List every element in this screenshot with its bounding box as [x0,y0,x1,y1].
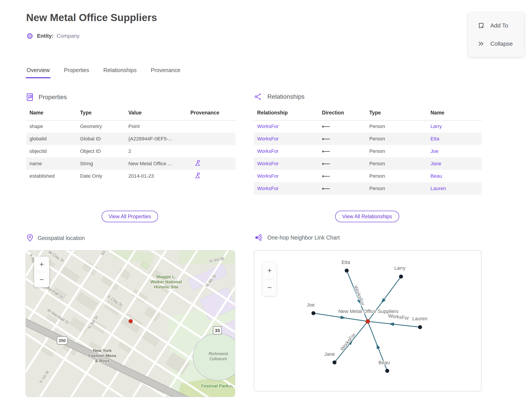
svg-text:Richmond: Richmond [209,351,228,356]
col-header: Type [366,106,427,120]
col-header: Name [427,106,481,120]
zoom-out-button[interactable]: − [263,279,276,296]
zoom-in-button[interactable]: + [34,256,49,272]
entity-link[interactable]: Etta [431,136,439,142]
relationship-link[interactable]: WorksFor [257,161,279,166]
zoom-out-button[interactable]: − [34,272,49,287]
linkchart-section-title: One-hop Neighbor Link Chart [267,234,340,241]
link-chart-graph: WorksForWorksForWorksForEttaLarryJoeLaur… [254,251,481,392]
direction-arrow: ⟵ [322,135,330,142]
action-menu: Add To Collapse [468,13,524,57]
map-canvas[interactable]: k Rd Sa W Clay St E Clay St Marshall St … [26,250,235,397]
view-all-properties-button[interactable]: View All Properties [101,211,158,222]
add-to-button[interactable]: Add To [468,22,524,29]
svg-text:Festival Park: Festival Park [201,384,229,388]
direction-arrow: ⟵ [322,148,330,155]
relationships-table: Relationship Direction Type Name WorksFo… [254,106,481,195]
svg-text:Historic Site: Historic Site [154,284,179,289]
svg-text:New York: New York [93,348,112,353]
relationship-link[interactable]: WorksFor [257,148,279,154]
graph-node[interactable] [385,369,389,373]
link-chart-icon [254,234,263,241]
tab-bar: Overview Properties Relationships Proven… [26,66,181,78]
add-to-icon [478,22,485,29]
relationship-link[interactable]: WorksFor [257,173,279,179]
svg-text:33: 33 [215,328,220,333]
relationship-link[interactable]: WorksFor [257,186,279,191]
node-label: Beau [378,360,390,365]
table-row: WorksFor ⟵ Person Lauren [254,182,481,195]
basemap: k Rd Sa W Clay St E Clay St Marshall St … [26,250,235,397]
properties-icon [26,93,34,101]
tab-properties[interactable]: Properties [63,66,90,78]
page-title: New Metal Office Suppliers [26,12,157,24]
node-label: Joe [307,302,314,308]
center-node-label: New Metal Office Suppliers [339,309,399,314]
entity-type-value: Company [57,33,80,39]
direction-arrow: ⟵ [322,160,330,167]
node-label: Jane [324,351,335,357]
relationship-link[interactable]: WorksFor [257,136,279,142]
direction-arrow: ⟵ [322,173,330,179]
tab-overview[interactable]: Overview [26,66,50,78]
add-to-label: Add To [490,22,508,29]
tab-relationships[interactable]: Relationships [103,66,137,78]
collapse-label: Collapse [490,40,513,47]
table-row: WorksFor ⟵ Person Jane [254,157,481,170]
center-graph-node[interactable] [366,319,370,324]
node-label: Larry [394,265,406,271]
svg-text:Coliseum: Coliseum [209,357,227,361]
entity-link[interactable]: Joe [431,148,439,154]
entity-link[interactable]: Beau [431,173,442,179]
col-header: Value [125,106,187,120]
linkchart-section-header: One-hop Neighbor Link Chart [254,234,340,241]
table-row: WorksFor ⟵ Person Joe [254,145,481,157]
entity-link[interactable]: Jane [431,161,441,166]
graph-node[interactable] [332,360,337,364]
svg-text:Walker National: Walker National [151,279,182,284]
relationship-link[interactable]: WorksFor [257,123,279,129]
edge-label: WorksFor [339,332,357,352]
entity-link[interactable]: Lauren [431,186,446,191]
entity-type-icon [27,33,33,39]
chevrons-right-icon [478,40,485,47]
svg-text:Maggie L.: Maggie L. [157,274,176,279]
collapse-button[interactable]: Collapse [468,40,524,47]
chart-zoom-control: + − [263,262,276,296]
col-header: Relationship [254,106,319,120]
tab-provenance[interactable]: Provenance [150,66,181,78]
graph-node[interactable] [312,311,315,315]
properties-section-header: Properties [26,93,67,101]
svg-text:250: 250 [59,338,66,343]
edge-label: WorksFor [353,284,366,306]
entity-row: Entity: Company [27,33,79,39]
col-header: Direction [319,106,366,120]
properties-section-title: Properties [39,94,67,101]
svg-text:Fashion Mens: Fashion Mens [88,353,116,358]
table-row: WorksFor ⟵ Person Beau [254,170,481,182]
table-row: shape Geometry Point [26,120,235,133]
edge-arrow-icon [388,322,394,326]
graph-node[interactable] [399,275,403,279]
provenance-flag-icon[interactable] [194,172,201,180]
svg-text:& Boys: & Boys [95,358,109,363]
location-marker[interactable] [129,319,133,323]
relationships-section-title: Relationships [267,93,305,100]
table-row: WorksFor ⟵ Person Larry [254,120,481,133]
table-row: objectid Object ID 2 [26,145,235,157]
view-all-relationships-button[interactable]: View All Relationships [335,211,399,222]
map-zoom-control: + − [34,256,49,287]
zoom-in-button[interactable]: + [263,262,276,279]
graph-node[interactable] [418,325,422,329]
route-shield-33: 33 [213,326,222,334]
link-chart-canvas[interactable]: WorksForWorksForWorksForEttaLarryJoeLaur… [254,250,481,392]
route-shield-250: 250 [57,337,68,344]
graph-node[interactable] [345,269,349,273]
edge-arrow-icon [375,343,380,349]
provenance-flag-icon[interactable] [194,160,201,168]
entity-detail-page: New Metal Office Suppliers Entity: Compa… [0,0,532,405]
entity-link[interactable]: Larry [431,123,442,129]
direction-arrow: ⟵ [322,185,330,192]
relationships-icon [254,93,263,101]
geospatial-section-header: Geospatial location [27,234,85,242]
